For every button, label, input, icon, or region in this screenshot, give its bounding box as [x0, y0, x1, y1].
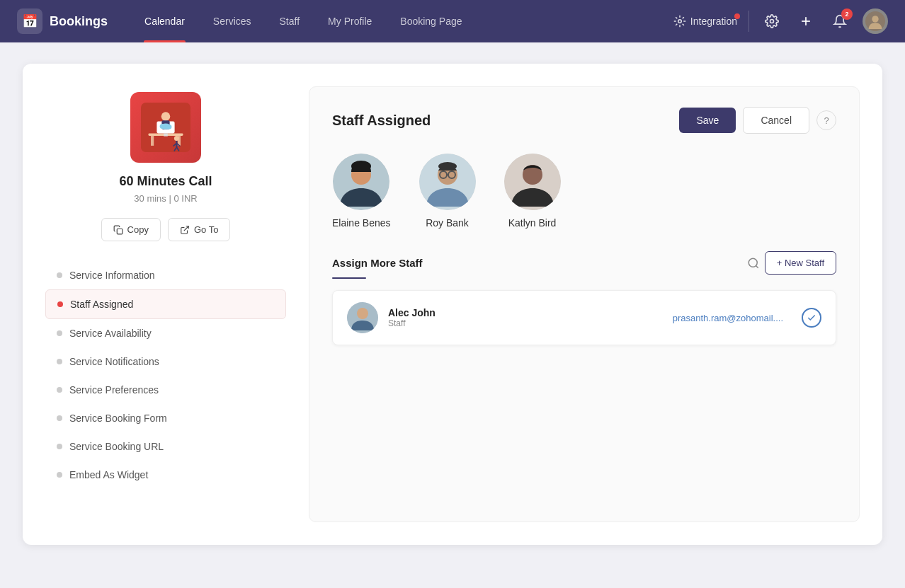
- side-menu: Service Information Staff Assigned Servi…: [45, 261, 286, 489]
- assigned-staff-katlyn[interactable]: Katlyn Bird: [504, 154, 561, 229]
- svg-point-17: [174, 136, 179, 141]
- notifications-icon[interactable]: 2: [829, 10, 851, 33]
- goto-icon: [180, 225, 190, 235]
- nav-links: Calendar Services Staff My Profile Booki…: [130, 0, 673, 42]
- menu-dot-icon: [57, 472, 62, 478]
- service-title: 60 Minutes Call: [119, 174, 212, 189]
- help-icon[interactable]: ?: [816, 110, 836, 130]
- nav-staff[interactable]: Staff: [266, 0, 314, 42]
- sidebar-item-embed-as-widget[interactable]: Embed As Widget: [45, 461, 286, 489]
- menu-dot-icon: [57, 272, 62, 278]
- svg-point-36: [749, 258, 757, 267]
- nav-calendar[interactable]: Calendar: [130, 0, 199, 42]
- svg-line-24: [184, 226, 188, 230]
- sidebar-item-service-preferences[interactable]: Service Preferences: [45, 376, 286, 404]
- user-avatar[interactable]: [863, 8, 888, 34]
- integration-dot: [734, 13, 740, 19]
- sidebar-item-service-availability[interactable]: Service Availability: [45, 319, 286, 347]
- alec-check-button[interactable]: [802, 308, 821, 328]
- navbar: 📅 Bookings Calendar Services Staff My Pr…: [0, 0, 905, 42]
- new-staff-button[interactable]: + New Staff: [765, 251, 836, 275]
- settings-icon[interactable]: [761, 10, 783, 33]
- cancel-button[interactable]: Cancel: [743, 107, 809, 134]
- main-card: 60 Minutes Call 30 mins | 0 INR Copy: [23, 64, 882, 545]
- katlyn-avatar: [504, 154, 561, 210]
- svg-point-39: [357, 308, 368, 319]
- roy-name: Roy Bank: [426, 217, 469, 229]
- menu-dot-active-icon: [57, 301, 63, 307]
- sidebar-item-service-notifications[interactable]: Service Notifications: [45, 347, 286, 376]
- nav-my-profile[interactable]: My Profile: [314, 0, 386, 42]
- brand[interactable]: 📅 Bookings: [17, 8, 108, 34]
- assign-more-title: Assign More Staff: [332, 257, 742, 269]
- section-title: Staff Assigned: [332, 113, 679, 129]
- svg-point-5: [872, 16, 878, 22]
- assigned-staff-elaine[interactable]: Elaine Benes: [332, 154, 391, 229]
- svg-point-1: [770, 20, 774, 23]
- sidebar-item-service-booking-url[interactable]: Service Booking URL: [45, 432, 286, 461]
- assigned-staff-roy[interactable]: Roy Bank: [419, 154, 476, 229]
- sidebar-item-service-information[interactable]: Service Information: [45, 261, 286, 289]
- main-content: 60 Minutes Call 30 mins | 0 INR Copy: [0, 42, 905, 566]
- menu-dot-icon: [57, 330, 62, 336]
- menu-dot-icon: [57, 359, 62, 364]
- service-meta: 30 mins | 0 INR: [134, 193, 197, 204]
- service-image: [130, 92, 201, 163]
- save-button[interactable]: Save: [679, 108, 736, 133]
- roy-avatar: [419, 154, 476, 210]
- sidebar-item-service-booking-form[interactable]: Service Booking Form: [45, 404, 286, 432]
- svg-point-16: [166, 125, 171, 129]
- alec-avatar: [347, 302, 378, 333]
- menu-dot-icon: [57, 415, 62, 421]
- nav-services[interactable]: Services: [199, 0, 266, 42]
- svg-line-37: [756, 265, 758, 267]
- nav-divider: [749, 11, 749, 32]
- add-icon[interactable]: [795, 10, 817, 33]
- alec-name: Alec John: [388, 307, 663, 318]
- nav-right: Integration 2: [673, 8, 888, 34]
- left-panel: 60 Minutes Call 30 mins | 0 INR Copy: [45, 86, 286, 522]
- copy-icon: [113, 225, 123, 235]
- integration-label: Integration: [690, 16, 737, 27]
- katlyn-name: Katlyn Bird: [508, 217, 557, 229]
- section-header: Staff Assigned Save Cancel ?: [332, 107, 836, 134]
- elaine-name: Elaine Benes: [332, 217, 391, 229]
- alec-email: prasanth.ram@zohomail....: [673, 313, 783, 323]
- assigned-staff-list: Elaine Benes: [332, 154, 836, 229]
- brand-name: Bookings: [50, 14, 108, 29]
- notification-badge: 2: [841, 8, 853, 20]
- svg-point-0: [678, 20, 682, 23]
- nav-booking-page[interactable]: Booking Page: [386, 0, 476, 42]
- staff-list-item: Alec John Staff prasanth.ram@zohomail...…: [332, 290, 836, 345]
- assign-divider: [332, 277, 366, 279]
- copy-button[interactable]: Copy: [101, 218, 161, 241]
- menu-dot-icon: [57, 444, 62, 449]
- search-staff-button[interactable]: [742, 252, 765, 275]
- svg-point-15: [160, 124, 166, 129]
- alec-info: Alec John Staff: [388, 307, 663, 328]
- elaine-avatar: [333, 154, 389, 210]
- goto-button[interactable]: Go To: [168, 218, 230, 241]
- alec-role: Staff: [388, 318, 663, 328]
- svg-rect-8: [151, 136, 154, 146]
- right-panel: Staff Assigned Save Cancel ?: [309, 86, 860, 522]
- menu-dot-icon: [57, 387, 62, 393]
- action-buttons: Copy Go To: [101, 218, 231, 241]
- svg-point-33: [438, 162, 457, 171]
- svg-point-12: [161, 112, 171, 121]
- svg-rect-11: [164, 133, 168, 136]
- brand-icon: 📅: [17, 8, 42, 34]
- integration-link[interactable]: Integration: [673, 15, 737, 28]
- sidebar-item-staff-assigned[interactable]: Staff Assigned: [45, 289, 286, 319]
- assign-more-header: Assign More Staff + New Staff: [332, 251, 836, 275]
- svg-rect-23: [117, 229, 123, 234]
